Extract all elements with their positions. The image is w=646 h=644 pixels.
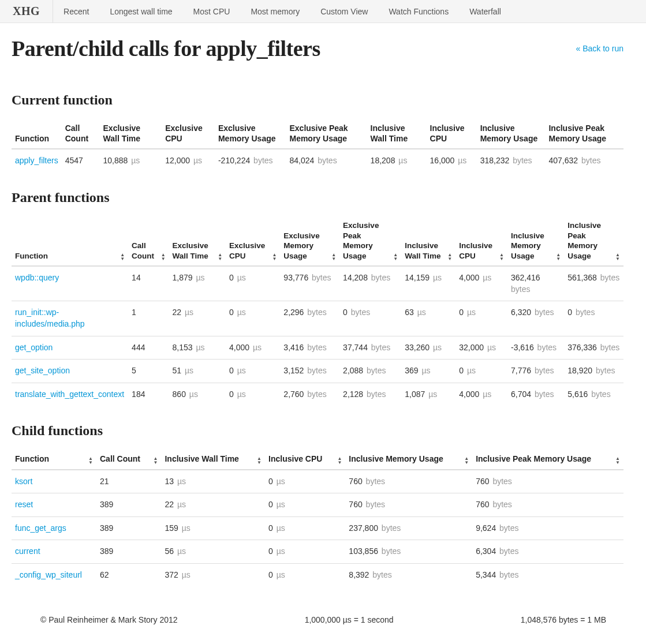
col-header[interactable]: Inclusive Wall Time <box>161 449 265 469</box>
sort-icon[interactable] <box>154 456 158 465</box>
nav-item-waterfall[interactable]: Waterfall <box>459 0 511 23</box>
nav-item-most-cpu[interactable]: Most CPU <box>183 0 241 23</box>
metric-cell: 6,304 bytes <box>472 540 623 564</box>
metric-cell: 760 bytes <box>345 470 472 493</box>
metric-cell: 860 µs <box>169 383 226 406</box>
metric-cell: 0 µs <box>226 360 280 383</box>
metric-cell: 6,320 bytes <box>507 301 564 336</box>
call-count: 4547 <box>62 149 100 173</box>
function-link[interactable]: func_get_args <box>15 523 66 533</box>
function-link[interactable]: get_option <box>15 343 53 352</box>
parent-functions-table: FunctionCall CountExclusive Wall TimeExc… <box>12 216 623 406</box>
metric-cell: 7,776 bytes <box>507 360 564 383</box>
col-header[interactable]: Function <box>12 449 96 469</box>
nav-item-custom-view[interactable]: Custom View <box>310 0 378 23</box>
metric-cell: 362,416 bytes <box>507 266 564 301</box>
col-header[interactable]: Exclusive Memory Usage <box>280 216 339 266</box>
metric-cell: 84,024 bytes <box>286 149 367 173</box>
metric-cell: 1,879 µs <box>169 266 226 301</box>
col-header[interactable]: Exclusive Peak Memory Usage <box>339 216 401 266</box>
col-header[interactable]: Exclusive Wall Time <box>169 216 226 266</box>
sort-icon[interactable] <box>120 253 125 261</box>
sort-icon[interactable] <box>331 253 336 261</box>
brand-logo[interactable]: XHG <box>0 0 53 23</box>
metric-cell: 33,260 µs <box>401 336 455 360</box>
function-link[interactable]: run_init::wp-includes/media.php <box>15 308 85 328</box>
metric-cell: 9,624 bytes <box>472 516 623 540</box>
footer-bytes-legend: 1,048,576 bytes = 1 MB <box>521 615 606 624</box>
call-count: 1 <box>128 301 169 336</box>
col-header: Exclusive Wall Time <box>100 118 162 149</box>
nav-item-longest-wall-time[interactable]: Longest wall time <box>99 0 182 23</box>
table-row: func_get_args389159 µs0 µs237,800 bytes9… <box>12 516 623 540</box>
metric-cell: 2,088 bytes <box>339 360 401 383</box>
metric-cell: 18,920 bytes <box>564 360 623 383</box>
col-header: Exclusive Memory Usage <box>215 118 286 149</box>
heading-child-functions: Child functions <box>12 423 623 439</box>
sort-icon[interactable] <box>218 253 222 261</box>
function-link[interactable]: _config_wp_siteurl <box>15 570 82 579</box>
function-link[interactable]: wpdb::query <box>15 273 59 282</box>
function-link[interactable]: ksort <box>15 477 32 486</box>
sort-icon[interactable] <box>161 253 166 261</box>
metric-cell: 369 µs <box>401 360 455 383</box>
back-to-run-link[interactable]: « Back to run <box>576 44 624 53</box>
function-link[interactable]: current <box>15 546 40 556</box>
function-link[interactable]: get_site_option <box>15 366 70 375</box>
col-header[interactable]: Inclusive Peak Memory Usage <box>564 216 623 266</box>
col-header[interactable]: Inclusive CPU <box>265 449 345 469</box>
sort-icon[interactable] <box>556 253 561 261</box>
footer: © Paul Reinheimer & Mark Story 2012 1,00… <box>12 615 623 631</box>
sort-icon[interactable] <box>337 456 342 465</box>
call-count: 444 <box>128 336 169 360</box>
sort-icon[interactable] <box>615 456 620 465</box>
metric-cell: 0 bytes <box>564 301 623 336</box>
metric-cell: 5,344 bytes <box>472 563 623 586</box>
col-header: Inclusive CPU <box>427 118 477 149</box>
metric-cell: 4,000 µs <box>455 383 507 406</box>
sort-icon[interactable] <box>499 253 504 261</box>
metric-cell: 561,368 bytes <box>564 266 623 301</box>
sort-icon[interactable] <box>257 456 262 465</box>
metric-cell: 103,856 bytes <box>345 540 472 564</box>
call-count: 184 <box>128 383 169 406</box>
table-row: get_site_option551 µs0 µs3,152 bytes2,08… <box>12 360 623 383</box>
function-link[interactable]: reset <box>15 500 33 509</box>
function-link[interactable]: apply_filters <box>15 156 58 165</box>
sort-icon[interactable] <box>393 253 398 261</box>
nav-items: RecentLongest wall timeMost CPUMost memo… <box>53 0 511 23</box>
metric-cell: 0 µs <box>455 360 507 383</box>
nav-item-most-memory[interactable]: Most memory <box>240 0 310 23</box>
current-function-table: FunctionCall CountExclusive Wall TimeExc… <box>12 118 623 173</box>
page-content: Parent/child calls for apply_filters « B… <box>0 23 635 644</box>
nav-item-watch-functions[interactable]: Watch Functions <box>378 0 459 23</box>
sort-icon[interactable] <box>615 253 620 261</box>
table-row: get_option4448,153 µs4,000 µs3,416 bytes… <box>12 336 623 360</box>
metric-cell: 1,087 µs <box>401 383 455 406</box>
metric-cell: 159 µs <box>161 516 265 540</box>
col-header: Function <box>12 118 62 149</box>
col-header[interactable]: Inclusive Wall Time <box>401 216 455 266</box>
col-header[interactable]: Inclusive Memory Usage <box>507 216 564 266</box>
col-header[interactable]: Call Count <box>128 216 169 266</box>
col-header[interactable]: Call Count <box>96 449 161 469</box>
col-header[interactable]: Inclusive Peak Memory Usage <box>472 449 623 469</box>
metric-cell: 237,800 bytes <box>345 516 472 540</box>
table-row: _config_wp_siteurl62372 µs0 µs8,392 byte… <box>12 563 623 586</box>
col-header[interactable]: Function <box>12 216 128 266</box>
sort-icon[interactable] <box>272 253 277 261</box>
function-link[interactable]: translate_with_gettext_context <box>15 390 124 399</box>
metric-cell: 22 µs <box>161 493 265 517</box>
metric-cell: 760 bytes <box>472 493 623 517</box>
metric-cell: 0 µs <box>265 493 345 517</box>
metric-cell: 8,153 µs <box>169 336 226 360</box>
sort-icon[interactable] <box>447 253 452 261</box>
nav-item-recent[interactable]: Recent <box>53 0 99 23</box>
metric-cell: 0 bytes <box>339 301 401 336</box>
col-header[interactable]: Exclusive CPU <box>226 216 280 266</box>
col-header[interactable]: Inclusive CPU <box>455 216 507 266</box>
col-header: Exclusive Peak Memory Usage <box>286 118 367 149</box>
col-header[interactable]: Inclusive Memory Usage <box>345 449 472 469</box>
sort-icon[interactable] <box>88 456 93 465</box>
sort-icon[interactable] <box>464 456 469 465</box>
